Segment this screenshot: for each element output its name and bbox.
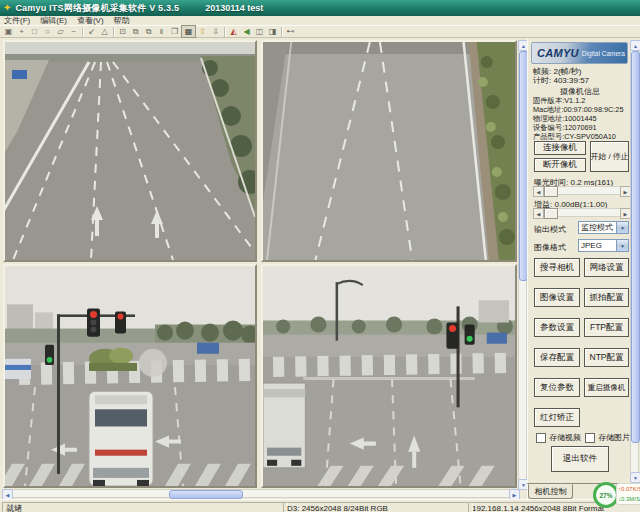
- toolbar: ▣ + □ ○ ▱ ~ ↙ △ ⊡ ⧉ ⧉ ‖ ❐ ▦ ⇧ ⇩ ◭ ◀ ◫ ◨ …: [0, 25, 640, 38]
- output-mode-select[interactable]: 监控模式 ▼: [578, 221, 629, 234]
- split-view-icon[interactable]: ◫: [253, 26, 266, 37]
- app-logo-icon: ✦: [3, 3, 11, 13]
- camera-feed-1: [5, 42, 255, 260]
- image-settings-button[interactable]: 图像设置: [534, 288, 580, 307]
- status-ready: 就绪: [2, 502, 288, 512]
- triangle-icon[interactable]: △: [98, 26, 111, 37]
- pause-icon[interactable]: ‖: [155, 26, 168, 37]
- camera-view-4[interactable]: [261, 264, 517, 488]
- crosshair-icon[interactable]: +: [15, 26, 28, 37]
- video-vertical-scrollbar[interactable]: ▲ ▼: [518, 40, 527, 488]
- capture-config-button[interactable]: 抓拍配置: [584, 288, 629, 307]
- toolbar-separator: [82, 27, 83, 37]
- exit-software-button[interactable]: 退出软件: [551, 446, 609, 472]
- window-titlebar[interactable]: ✦ Camyu ITS网络摄像机采集软件 V 5.3.5 20130114 te…: [0, 0, 640, 16]
- image-format-label: 图像格式: [534, 242, 566, 253]
- status-bar: 就绪 D3: 2456x2048 8/24Bit RGB 192.168.1.1…: [0, 499, 640, 512]
- start-stop-button[interactable]: 开始 / 停止: [590, 141, 629, 172]
- store-video-checkbox[interactable]: 存储视频: [536, 432, 581, 443]
- scroll-up-icon[interactable]: ▲: [630, 40, 640, 51]
- store-image-label: 存储图片: [598, 432, 630, 443]
- connect-camera-button[interactable]: 连接像机: [534, 141, 586, 155]
- zoom-fit-icon[interactable]: ⊡: [116, 26, 129, 37]
- sidebar-scroll-thumb[interactable]: [631, 51, 640, 443]
- sidebar-scrollbar[interactable]: ▲ ▼: [630, 40, 639, 481]
- horizontal-scroll-thumb[interactable]: [169, 490, 243, 499]
- brand-tagline: Digital Camera: [582, 50, 625, 57]
- pointer-icon[interactable]: ↙: [85, 26, 98, 37]
- zoom-12-icon[interactable]: ⧉: [129, 26, 142, 37]
- restart-camera-button[interactable]: 重启摄像机: [584, 378, 629, 397]
- camera-feed-4: [263, 266, 515, 486]
- save-image-icon[interactable]: ⇧: [196, 26, 209, 37]
- camera-view-1[interactable]: [3, 40, 257, 262]
- brand-banner: CAMYU Digital Camera: [531, 42, 628, 64]
- video-horizontal-scrollbar[interactable]: ◀ ▶: [2, 489, 518, 498]
- status-video-info: D3: 2456x2048 8/24Bit RGB: [283, 502, 473, 512]
- histogram-icon[interactable]: ◭: [227, 26, 240, 37]
- menu-bar: 文件(F) 编辑(E) 查看(V) 帮助: [0, 16, 640, 25]
- chevron-down-icon[interactable]: ▼: [616, 240, 628, 251]
- brand-name: CAMYU: [537, 47, 579, 59]
- gain-slider[interactable]: ◀ ▶: [533, 208, 629, 217]
- load-image-icon[interactable]: ⇩: [209, 26, 222, 37]
- camera-view-3[interactable]: [3, 264, 257, 488]
- slider-left-icon[interactable]: ◀: [533, 208, 544, 219]
- network-speed: ↑0.07K/S ↓0.3M/S: [616, 483, 640, 505]
- timer-value: 403:39:57: [553, 76, 589, 85]
- window-title-suffix: 20130114 test: [205, 3, 263, 13]
- timer-row: 计时: 403:39:57: [533, 75, 589, 86]
- network-gauge-widget[interactable]: 27% ↑0.07K/S ↓0.3M/S: [592, 481, 640, 508]
- camera-feed-3: [5, 266, 255, 486]
- window-title: Camyu ITS网络摄像机采集软件 V 5.3.5: [15, 2, 179, 15]
- download-speed: ↓0.3M/S: [618, 494, 640, 504]
- connector-icon[interactable]: ⊷: [284, 26, 297, 37]
- gain-slider-thumb[interactable]: [544, 208, 558, 219]
- reset-params-button[interactable]: 复位参数: [534, 378, 580, 397]
- toolbar-separator: [224, 27, 225, 37]
- toolbar-separator: [113, 27, 114, 37]
- split-view-image-icon[interactable]: ◨: [266, 26, 279, 37]
- ellipse-roi-icon[interactable]: ○: [41, 26, 54, 37]
- network-settings-button[interactable]: 网络设置: [584, 258, 629, 277]
- disconnect-camera-button[interactable]: 断开像机: [534, 158, 586, 172]
- param-settings-button[interactable]: 参数设置: [534, 318, 580, 337]
- checkbox-icon[interactable]: [536, 433, 546, 443]
- store-image-checkbox[interactable]: 存储图片: [585, 432, 630, 443]
- toolbar-separator: [281, 27, 282, 37]
- save-config-button[interactable]: 保存配置: [534, 348, 580, 367]
- camera-view-2[interactable]: [261, 40, 517, 262]
- speaker-icon[interactable]: ◀: [240, 26, 253, 37]
- upload-speed: ↑0.07K/S: [618, 484, 640, 494]
- search-camera-button[interactable]: 搜寻相机: [534, 258, 580, 277]
- camera-feed-2: [263, 42, 515, 260]
- output-mode-label: 输出模式: [534, 224, 566, 235]
- ftp-config-button[interactable]: FTP配置: [584, 318, 629, 337]
- image-format-select[interactable]: JPEG ▼: [578, 239, 629, 252]
- slider-left-icon[interactable]: ◀: [533, 186, 544, 197]
- quad-view-icon[interactable]: ▦: [181, 25, 196, 38]
- timer-label: 计时:: [533, 76, 551, 85]
- zoom-21-icon[interactable]: ⧉: [142, 26, 155, 37]
- exposure-slider-thumb[interactable]: [544, 186, 558, 197]
- polygon-roi-icon[interactable]: ▱: [54, 26, 67, 37]
- ntp-config-button[interactable]: NTP配置: [584, 348, 629, 367]
- app-window: ✦ Camyu ITS网络摄像机采集软件 V 5.3.5 20130114 te…: [0, 0, 640, 512]
- output-mode-value: 监控模式: [579, 222, 616, 233]
- curve-roi-icon[interactable]: ~: [67, 26, 80, 37]
- redlight-correction-button[interactable]: 红灯矫正: [534, 408, 580, 427]
- single-view-icon[interactable]: ❐: [168, 26, 181, 37]
- rect-roi-icon[interactable]: □: [28, 26, 41, 37]
- image-format-value: JPEG: [579, 241, 616, 250]
- chevron-down-icon[interactable]: ▼: [616, 222, 628, 233]
- tab-camera-control[interactable]: 相机控制: [528, 484, 573, 499]
- store-video-label: 存储视频: [549, 432, 581, 443]
- capture-area-icon[interactable]: ▣: [2, 26, 15, 37]
- checkbox-icon[interactable]: [585, 433, 595, 443]
- exposure-slider[interactable]: ◀ ▶: [533, 186, 629, 195]
